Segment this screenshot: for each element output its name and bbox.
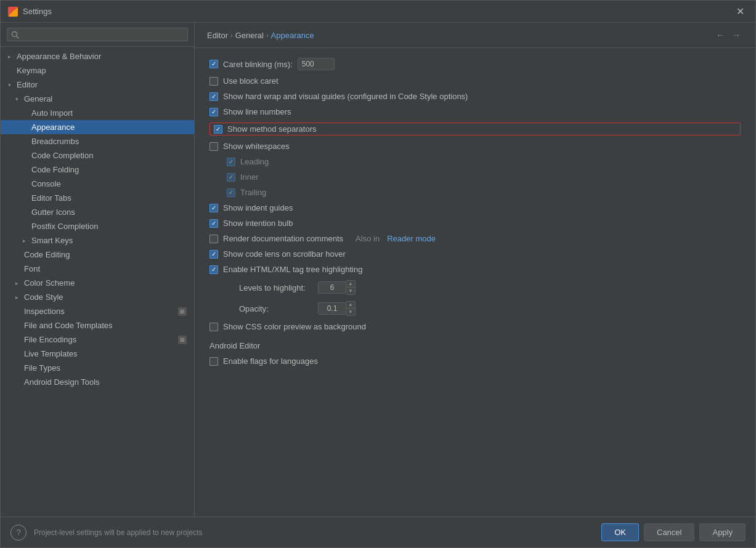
show-whitespaces-checkbox[interactable] (209, 142, 218, 151)
sidebar-item-android-design-tools[interactable]: Android Design Tools (1, 375, 194, 389)
leading-wrap[interactable]: Leading (227, 157, 269, 166)
leading-row: Leading (227, 157, 741, 166)
sidebar-item-file-types[interactable]: File Types (1, 361, 194, 375)
sidebar-item-color-scheme[interactable]: Color Scheme (1, 276, 194, 290)
sidebar-item-console[interactable]: Console (1, 177, 194, 191)
search-input[interactable] (22, 30, 184, 39)
sidebar-item-font[interactable]: Font (1, 262, 194, 276)
sidebar-item-code-completion[interactable]: Code Completion (1, 148, 194, 163)
opacity-input[interactable] (318, 302, 346, 315)
show-indent-guides-label: Show indent guides (223, 203, 293, 212)
trailing-row: Trailing (227, 188, 741, 197)
show-whitespaces-label: Show whitespaces (223, 142, 290, 151)
sidebar-item-file-code-templates[interactable]: File and Code Templates (1, 318, 194, 332)
breadcrumb-sep-1: › (230, 31, 233, 39)
levels-up-button[interactable]: ▲ (346, 281, 355, 288)
sidebar-item-code-folding[interactable]: Code Folding (1, 163, 194, 177)
sidebar-item-editor-tabs[interactable]: Editor Tabs (1, 191, 194, 205)
chevron-icon (15, 294, 22, 300)
sidebar-item-auto-import[interactable]: Auto Import (1, 106, 194, 120)
sidebar-item-editor[interactable]: Editor (1, 78, 194, 92)
show-method-separators-wrap[interactable]: Show method separators (214, 124, 317, 134)
inner-wrap[interactable]: Inner (227, 172, 259, 182)
use-block-caret-wrap[interactable]: Use block caret (209, 76, 278, 86)
levels-spinner: ▲ ▼ (318, 280, 356, 295)
use-block-caret-checkbox[interactable] (209, 77, 218, 86)
show-line-numbers-checkbox[interactable] (209, 108, 218, 116)
use-block-caret-row: Use block caret (209, 76, 741, 86)
sidebar-tree: Appearance & Behavior Keymap Editor Gene… (1, 47, 194, 517)
sidebar-item-appearance-behavior[interactable]: Appearance & Behavior (1, 49, 194, 63)
sidebar-item-inspections[interactable]: Inspections ⊞ (1, 304, 194, 318)
window-title: Settings (23, 7, 52, 16)
enable-flags-checkbox[interactable] (209, 357, 218, 366)
search-input-wrap[interactable] (7, 28, 188, 41)
show-code-lens-wrap[interactable]: Show code lens on scrollbar hover (209, 249, 346, 259)
chevron-icon (15, 280, 22, 286)
sidebar-item-live-templates[interactable]: Live Templates (1, 347, 194, 361)
show-line-numbers-label: Show line numbers (223, 107, 291, 116)
reader-mode-link[interactable]: Reader mode (387, 234, 436, 243)
forward-button[interactable]: → (730, 29, 743, 41)
caret-blinking-row: Caret blinking (ms): (209, 58, 741, 70)
sidebar-item-appearance[interactable]: Appearance (1, 120, 194, 134)
show-whitespaces-row: Show whitespaces (209, 142, 741, 151)
enable-flags-wrap[interactable]: Enable flags for languages (209, 357, 318, 366)
footer: ? Project-level settings will be applied… (1, 517, 755, 547)
sidebar-item-file-encodings[interactable]: File Encodings ⊞ (1, 332, 194, 347)
trailing-wrap[interactable]: Trailing (227, 188, 266, 197)
show-indent-guides-wrap[interactable]: Show indent guides (209, 203, 293, 212)
levels-input[interactable] (318, 281, 346, 294)
file-encodings-badge: ⊞ (178, 336, 187, 344)
sidebar-item-code-editing[interactable]: Code Editing (1, 248, 194, 262)
sidebar-item-gutter-icons[interactable]: Gutter Icons (1, 205, 194, 219)
trailing-checkbox[interactable] (227, 188, 235, 197)
inspections-badge: ⊞ (178, 307, 187, 316)
inner-checkbox[interactable] (227, 173, 235, 182)
show-hard-wrap-checkbox[interactable] (209, 92, 218, 101)
opacity-down-button[interactable]: ▼ (346, 308, 355, 315)
enable-html-xml-wrap[interactable]: Enable HTML/XML tag tree highlighting (209, 265, 362, 274)
enable-html-xml-checkbox[interactable] (209, 265, 218, 274)
show-intention-bulb-wrap[interactable]: Show intention bulb (209, 219, 293, 228)
sidebar-item-general[interactable]: General (1, 92, 194, 106)
chevron-icon (8, 82, 14, 88)
render-doc-comments-checkbox[interactable] (209, 235, 218, 243)
settings-window: Settings ✕ Appearance & Behavior (0, 0, 756, 548)
render-doc-comments-label: Render documentation comments (223, 234, 343, 243)
leading-label: Leading (240, 157, 269, 166)
show-indent-guides-checkbox[interactable] (209, 204, 218, 212)
leading-checkbox[interactable] (227, 158, 235, 166)
cancel-button[interactable]: Cancel (644, 523, 694, 541)
caret-blinking-checkbox[interactable] (209, 60, 218, 68)
show-intention-bulb-checkbox[interactable] (209, 219, 218, 228)
enable-html-xml-label: Enable HTML/XML tag tree highlighting (223, 265, 362, 274)
show-hard-wrap-wrap[interactable]: Show hard wrap and visual guides (config… (209, 92, 468, 101)
show-line-numbers-wrap[interactable]: Show line numbers (209, 107, 291, 116)
sidebar-item-keymap[interactable]: Keymap (1, 63, 194, 78)
chevron-icon (8, 54, 14, 60)
opacity-up-button[interactable]: ▲ (346, 302, 355, 308)
show-css-color-checkbox[interactable] (209, 323, 218, 331)
show-method-separators-checkbox[interactable] (214, 125, 222, 134)
close-button[interactable]: ✕ (733, 6, 748, 18)
render-doc-comments-wrap[interactable]: Render documentation comments (209, 234, 343, 243)
sidebar-item-postfix-completion[interactable]: Postfix Completion (1, 219, 194, 233)
sidebar-item-breadcrumbs[interactable]: Breadcrumbs (1, 134, 194, 148)
show-method-separators-label: Show method separators (227, 124, 317, 134)
enable-html-xml-row: Enable HTML/XML tag tree highlighting (209, 265, 741, 274)
breadcrumb-nav: Editor › General › Appearance (207, 31, 710, 40)
show-css-color-wrap[interactable]: Show CSS color preview as background (209, 322, 366, 331)
sidebar-item-code-style[interactable]: Code Style (1, 290, 194, 304)
caret-blinking-input[interactable] (298, 58, 335, 70)
show-code-lens-checkbox[interactable] (209, 250, 218, 259)
levels-down-button[interactable]: ▼ (346, 288, 355, 294)
back-button[interactable]: ← (713, 29, 727, 41)
apply-button[interactable]: Apply (699, 523, 746, 541)
ok-button[interactable]: OK (601, 523, 639, 541)
caret-blinking-checkbox-wrap[interactable]: Caret blinking (ms): (209, 60, 293, 69)
trailing-label: Trailing (240, 188, 266, 197)
show-whitespaces-wrap[interactable]: Show whitespaces (209, 142, 290, 151)
help-button[interactable]: ? (10, 525, 26, 541)
sidebar-item-smart-keys[interactable]: Smart Keys (1, 233, 194, 248)
